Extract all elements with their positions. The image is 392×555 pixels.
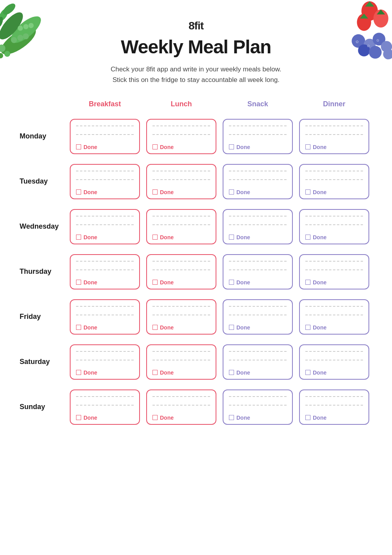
day-label-thursday: Thursday	[20, 249, 67, 294]
dinner-box-thursday[interactable]: Done	[299, 254, 369, 289]
done-label: Done	[236, 189, 250, 195]
done-row[interactable]: Done	[76, 144, 134, 150]
done-checkbox[interactable]	[76, 370, 81, 375]
done-row[interactable]: Done	[152, 415, 210, 421]
done-row[interactable]: Done	[76, 279, 134, 286]
snack-box-friday[interactable]: Done	[223, 299, 293, 335]
snack-box-monday[interactable]: Done	[223, 119, 293, 154]
done-row[interactable]: Done	[76, 324, 134, 331]
breakfast-box-tuesday[interactable]: Done	[70, 164, 140, 199]
breakfast-box-monday[interactable]: Done	[70, 119, 140, 154]
done-checkbox[interactable]	[76, 325, 81, 330]
done-row[interactable]: Done	[152, 144, 210, 150]
done-row[interactable]: Done	[152, 189, 210, 195]
done-checkbox[interactable]	[229, 144, 234, 149]
dashed-line-2	[229, 134, 287, 135]
dinner-box-tuesday[interactable]: Done	[299, 164, 369, 199]
done-row[interactable]: Done	[76, 234, 134, 240]
done-checkbox[interactable]	[305, 415, 310, 420]
lunch-box-wednesday[interactable]: Done	[146, 209, 216, 244]
dinner-box-saturday[interactable]: Done	[299, 344, 369, 380]
snack-box-sunday[interactable]: Done	[223, 389, 293, 425]
done-checkbox[interactable]	[152, 280, 158, 285]
snack-box-saturday[interactable]: Done	[223, 344, 293, 380]
done-checkbox[interactable]	[76, 144, 81, 149]
done-checkbox[interactable]	[152, 189, 158, 195]
breakfast-box-friday[interactable]: Done	[70, 299, 140, 335]
done-row[interactable]: Done	[229, 324, 287, 331]
done-checkbox[interactable]	[76, 235, 81, 240]
done-checkbox[interactable]	[152, 235, 158, 240]
dinner-box-wednesday[interactable]: Done	[299, 209, 369, 244]
dinner-box-monday[interactable]: Done	[299, 119, 369, 154]
snack-box-wednesday[interactable]: Done	[223, 209, 293, 244]
dashed-line-2	[229, 179, 287, 180]
done-checkbox[interactable]	[229, 235, 234, 240]
done-checkbox[interactable]	[76, 415, 81, 420]
done-checkbox[interactable]	[229, 370, 234, 375]
done-checkbox[interactable]	[152, 370, 158, 375]
done-checkbox[interactable]	[76, 189, 81, 195]
done-row[interactable]: Done	[152, 279, 210, 286]
done-row[interactable]: Done	[152, 234, 210, 240]
done-row[interactable]: Done	[229, 234, 287, 240]
done-checkbox[interactable]	[229, 189, 234, 195]
done-row[interactable]: Done	[152, 369, 210, 376]
done-checkbox[interactable]	[305, 189, 310, 195]
done-checkbox[interactable]	[305, 144, 310, 149]
lunch-box-saturday[interactable]: Done	[146, 344, 216, 380]
done-checkbox[interactable]	[305, 280, 310, 285]
breakfast-cell-sunday: Done	[67, 384, 143, 429]
done-checkbox[interactable]	[305, 235, 310, 240]
done-checkbox[interactable]	[76, 280, 81, 285]
breakfast-box-wednesday[interactable]: Done	[70, 209, 140, 244]
breakfast-cell-saturday: Done	[67, 339, 143, 384]
dashed-line-2	[152, 315, 210, 315]
done-row[interactable]: Done	[229, 279, 287, 286]
dashed-line-1	[76, 306, 134, 307]
done-label: Done	[83, 189, 97, 195]
lunch-box-tuesday[interactable]: Done	[146, 164, 216, 199]
done-row[interactable]: Done	[76, 415, 134, 421]
done-row[interactable]: Done	[305, 144, 363, 150]
done-row[interactable]: Done	[76, 369, 134, 376]
done-checkbox[interactable]	[152, 415, 158, 420]
done-row[interactable]: Done	[305, 369, 363, 376]
done-row[interactable]: Done	[305, 324, 363, 331]
lunch-box-sunday[interactable]: Done	[146, 389, 216, 425]
done-row[interactable]: Done	[229, 144, 287, 150]
dashed-line-2	[76, 224, 134, 225]
done-row[interactable]: Done	[229, 189, 287, 195]
dashed-line-1	[76, 261, 134, 262]
done-row[interactable]: Done	[152, 324, 210, 331]
done-checkbox[interactable]	[305, 370, 310, 375]
done-checkbox[interactable]	[229, 325, 234, 330]
lunch-box-friday[interactable]: Done	[146, 299, 216, 335]
dashed-line-1	[305, 171, 363, 171]
dashed-line-2	[76, 134, 134, 135]
done-checkbox[interactable]	[305, 325, 310, 330]
done-checkbox[interactable]	[229, 280, 234, 285]
done-label: Done	[313, 234, 327, 240]
done-row[interactable]: Done	[305, 189, 363, 195]
dinner-box-sunday[interactable]: Done	[299, 389, 369, 425]
breakfast-box-thursday[interactable]: Done	[70, 254, 140, 289]
done-checkbox[interactable]	[229, 415, 234, 420]
done-checkbox[interactable]	[152, 144, 158, 149]
snack-box-thursday[interactable]: Done	[223, 254, 293, 289]
breakfast-box-saturday[interactable]: Done	[70, 344, 140, 380]
breakfast-box-sunday[interactable]: Done	[70, 389, 140, 425]
done-checkbox[interactable]	[152, 325, 158, 330]
dinner-box-friday[interactable]: Done	[299, 299, 369, 335]
snack-box-tuesday[interactable]: Done	[223, 164, 293, 199]
lunch-box-monday[interactable]: Done	[146, 119, 216, 154]
done-row[interactable]: Done	[305, 234, 363, 240]
done-row[interactable]: Done	[305, 415, 363, 421]
done-row[interactable]: Done	[229, 415, 287, 421]
dashed-line-2	[76, 179, 134, 180]
done-row[interactable]: Done	[305, 279, 363, 286]
lunch-box-thursday[interactable]: Done	[146, 254, 216, 289]
done-row[interactable]: Done	[76, 189, 134, 195]
done-row[interactable]: Done	[229, 369, 287, 376]
dashed-line-1	[305, 396, 363, 397]
